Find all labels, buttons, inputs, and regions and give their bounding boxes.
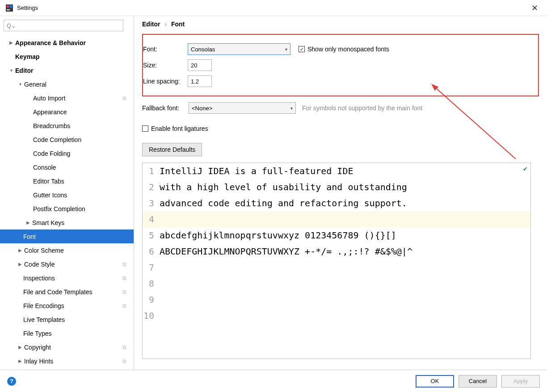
preview-line [157, 259, 160, 275]
preview-line: abcdefghijklmnopqrstuvwxyz 0123456789 ()… [157, 227, 396, 243]
tree-editor-tabs[interactable]: Editor Tabs [0, 174, 134, 188]
svg-rect-2 [10, 5, 12, 8]
chevron-down-icon: ▾ [17, 82, 23, 87]
tree-auto-import[interactable]: Auto Import⧉ [0, 91, 134, 105]
tree-color-scheme[interactable]: ▶Color Scheme [0, 243, 134, 257]
preview-line: ABCDEFGHIJKLMNOPQRSTUVWXYZ +-*/= .,;:!? … [157, 243, 412, 259]
chevron-right-icon: ▶ [17, 262, 23, 267]
profile-icon: ⧉ [122, 344, 126, 350]
profile-icon: ⧉ [122, 95, 126, 101]
chevron-right-icon: ▶ [17, 359, 23, 363]
tree-console[interactable]: Console [0, 160, 134, 174]
ligatures-checkbox[interactable]: Enable font ligatures [142, 125, 208, 132]
fallback-hint: For symbols not supported by the main fo… [302, 104, 422, 112]
font-preview[interactable]: ✔ 1IntelliJ IDEA is a full-featured IDE … [142, 163, 531, 359]
font-select-value: Consolas [191, 46, 215, 53]
tree-gutter-icons[interactable]: Gutter Icons [0, 188, 134, 202]
tree-keymap[interactable]: Keymap [0, 50, 134, 63]
tree-smart-keys[interactable]: ▶Smart Keys [0, 216, 134, 229]
preview-line [157, 275, 160, 292]
tree-code-folding[interactable]: Code Folding [0, 146, 134, 160]
tree-copyright[interactable]: ▶Copyright⧉ [0, 340, 134, 354]
tree-code-completion[interactable]: Code Completion [0, 133, 134, 146]
close-icon[interactable]: ✕ [528, 1, 542, 15]
svg-rect-1 [7, 5, 9, 8]
tree-live-templates[interactable]: Live Templates [0, 313, 134, 326]
tree-inlay-hints[interactable]: ▶Inlay Hints⧉ [0, 354, 134, 368]
tree-code-style[interactable]: ▶Code Style⧉ [0, 257, 134, 271]
preview-line [157, 211, 160, 227]
svg-rect-3 [7, 9, 10, 10]
titlebar: Settings ✕ [0, 0, 547, 16]
profile-icon: ⧉ [122, 289, 126, 295]
tree-file-types[interactable]: File Types [0, 326, 134, 340]
chevron-right-icon: ▶ [25, 220, 31, 225]
highlight-box: Font: Consolas ▾ ✓ Show only monospaced … [142, 34, 539, 96]
tree-appearance-behavior[interactable]: ▶Appearance & Behavior [0, 36, 134, 50]
content-panel: Editor › Font Font: Consolas ▾ ✓ Show on… [134, 16, 547, 370]
chevron-down-icon: ▾ [8, 68, 14, 73]
preview-line [157, 292, 160, 308]
preview-line [157, 308, 160, 324]
tree-postfix-completion[interactable]: Postfix Completion [0, 202, 134, 216]
ok-button[interactable]: OK [416, 375, 454, 388]
chevron-down-icon: ▾ [285, 47, 287, 52]
chevron-right-icon: ▶ [17, 345, 23, 350]
spacing-label: Line spacing: [143, 78, 188, 85]
breadcrumb: Editor › Font [134, 16, 547, 34]
tree-general[interactable]: ▾General [0, 77, 134, 91]
fallback-select-value: <None> [192, 105, 212, 112]
profile-icon: ⧉ [122, 275, 126, 281]
window-title: Settings [17, 4, 528, 11]
breadcrumb-leaf: Font [171, 21, 185, 28]
tree-editor[interactable]: ▾Editor [0, 63, 134, 77]
size-input[interactable] [188, 59, 212, 71]
preview-line: advanced code editing and refactoring su… [157, 195, 407, 211]
search-input[interactable]: Q⌄ [4, 20, 123, 31]
search-icon: Q⌄ [7, 22, 16, 29]
search-field[interactable] [18, 22, 120, 29]
chevron-right-icon: ▶ [17, 248, 23, 253]
preview-line: IntelliJ IDEA is a full-featured IDE [157, 163, 353, 179]
help-button[interactable]: ? [7, 377, 16, 386]
sidebar: Q⌄ ▶Appearance & Behavior Keymap ▾Editor… [0, 16, 134, 370]
checkbox-checked-icon: ✓ [299, 46, 305, 52]
fallback-font-select[interactable]: <None> ▾ [189, 102, 296, 114]
show-monospaced-checkbox[interactable]: ✓ Show only monospaced fonts [299, 46, 389, 53]
tree-font[interactable]: Font [0, 229, 134, 243]
tree-appearance[interactable]: Appearance [0, 105, 134, 119]
restore-defaults-button[interactable]: Restore Defaults [142, 143, 202, 156]
checkbox-unchecked-icon [142, 125, 148, 132]
tree-breadcrumbs[interactable]: Breadcrumbs [0, 119, 134, 133]
chevron-right-icon: › [164, 21, 167, 28]
tree-file-encodings[interactable]: File Encodings⧉ [0, 299, 134, 313]
profile-icon: ⧉ [122, 261, 126, 267]
breadcrumb-root[interactable]: Editor [142, 21, 160, 28]
settings-tree: ▶Appearance & Behavior Keymap ▾Editor ▾G… [0, 35, 134, 370]
check-icon: ✔ [523, 166, 528, 172]
line-spacing-input[interactable] [188, 75, 212, 87]
chevron-right-icon: ▶ [8, 40, 14, 45]
footer: ? OK Cancel Apply [0, 370, 547, 392]
apply-button: Apply [501, 375, 540, 388]
cancel-button[interactable]: Cancel [459, 375, 497, 388]
preview-line: with a high level of usability and outst… [157, 179, 407, 195]
font-select[interactable]: Consolas ▾ [188, 43, 290, 55]
fallback-label: Fallback font: [142, 104, 189, 112]
font-label: Font: [143, 46, 188, 53]
profile-icon: ⧉ [122, 303, 126, 309]
size-label: Size: [143, 62, 188, 69]
tree-inspections[interactable]: Inspections⧉ [0, 271, 134, 285]
app-icon [5, 4, 13, 12]
profile-icon: ⧉ [122, 358, 126, 364]
tree-file-templates[interactable]: File and Code Templates⧉ [0, 285, 134, 299]
chevron-down-icon: ▾ [290, 106, 293, 111]
